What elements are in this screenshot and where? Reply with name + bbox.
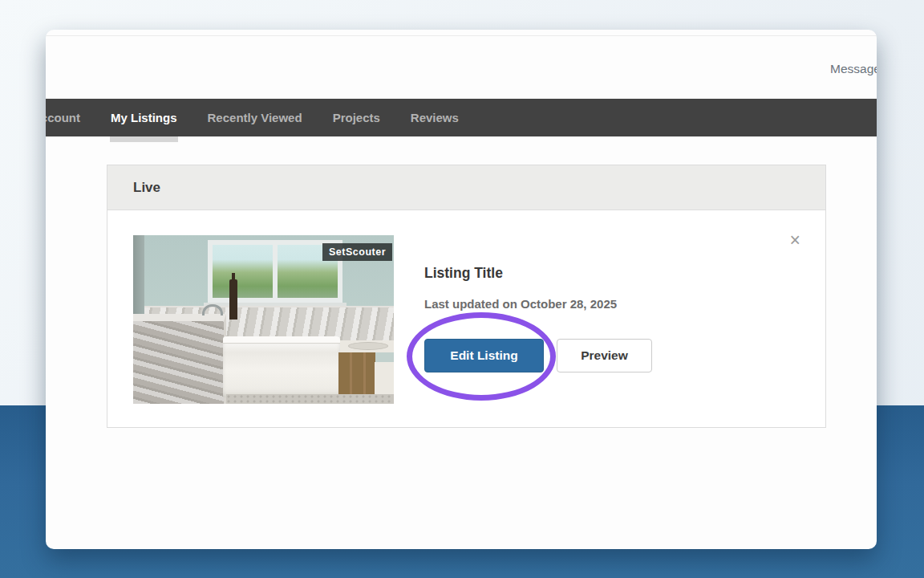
listing-last-updated: Last updated on October 28, 2025 [424,297,617,311]
photo-window-pane [213,245,273,298]
messages-link[interactable]: Messages [830,62,877,76]
panel-header: Live [107,165,825,210]
account-page-card: Messages Account My Listings Recently Vi… [46,30,877,549]
close-icon[interactable]: × [790,231,800,250]
panel-body: SetScouter Listing Title Last updated on… [107,210,825,427]
panel-title: Live [133,180,160,196]
edit-listing-button[interactable]: Edit Listing [424,339,544,372]
tab-account[interactable]: Account [46,99,80,136]
account-tab-bar: Account My Listings Recently Viewed Proj… [46,99,877,136]
tab-recently-viewed[interactable]: Recently Viewed [208,99,302,136]
photo-bottle [229,279,237,320]
watermark-label: SetScouter [322,243,392,261]
tab-reviews[interactable]: Reviews [411,99,459,136]
preview-button[interactable]: Preview [557,339,652,372]
listing-title: Listing Title [424,265,503,282]
listing-actions: Edit Listing Preview [424,339,652,372]
card-top-divider [46,35,877,36]
tab-projects[interactable]: Projects [333,99,380,136]
photo-marble-halfwall [133,314,226,404]
photo-bathtub [223,336,340,397]
live-listings-panel: Live SetScouter [107,165,826,428]
tab-my-listings[interactable]: My Listings [111,99,177,136]
photo-pebble-floor [226,394,394,404]
listing-photo[interactable]: SetScouter [133,235,394,404]
photo-wall-corner [133,235,144,325]
photo-sink [348,342,388,350]
